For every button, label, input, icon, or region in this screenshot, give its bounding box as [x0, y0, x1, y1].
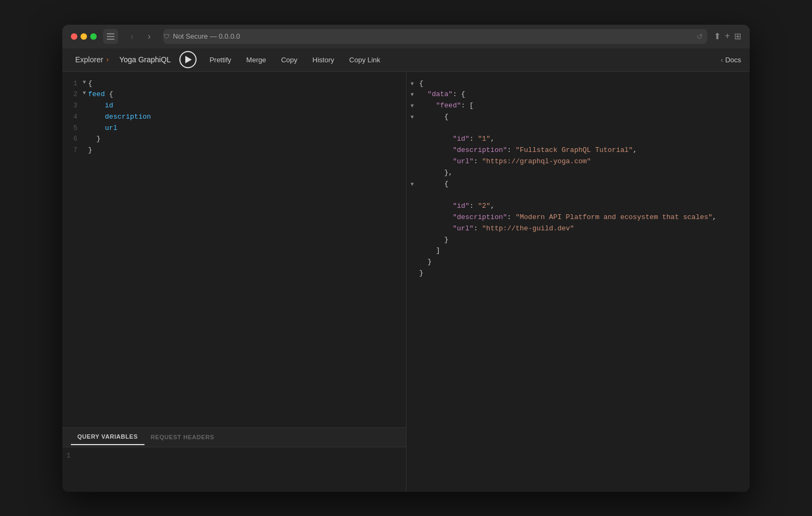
resp-line-14: ]	[407, 245, 750, 257]
resp-line-empty-1	[407, 123, 750, 134]
line-num-2: 2	[67, 89, 77, 100]
resp-line-15: }	[407, 257, 750, 268]
reload-button[interactable]: ↺	[697, 32, 703, 41]
shield-icon: 🛡	[163, 33, 170, 40]
resp-content-7: "url": "https://graphql-yoga.com"	[419, 156, 746, 168]
code-content-4: description	[88, 112, 151, 123]
new-tab-icon[interactable]: +	[725, 31, 730, 41]
resp-line-11: "description": "Modern API Platform and …	[407, 212, 750, 223]
history-button[interactable]: History	[306, 53, 340, 67]
line-num-4: 4	[67, 112, 77, 122]
address-bar[interactable]: 🛡 Not Secure — 0.0.0.0 ↺	[163, 29, 707, 44]
browser-chrome: ‹ › 🛡 Not Secure — 0.0.0.0 ↺ ⬆ + ⊞	[62, 25, 750, 48]
code-line-5: 5 url	[62, 123, 406, 134]
sidebar-toggle-button[interactable]	[103, 29, 118, 44]
resp-line-empty-2	[407, 190, 750, 201]
address-text: Not Secure — 0.0.0.0	[173, 32, 240, 40]
docs-button[interactable]: ‹ Docs	[721, 56, 741, 64]
browser-window: ‹ › 🛡 Not Secure — 0.0.0.0 ↺ ⬆ + ⊞ Explo…	[62, 25, 750, 492]
line-num-5: 5	[67, 123, 77, 134]
resp-content-12: "url": "http://the-guild.dev"	[419, 223, 746, 235]
line-num-6: 6	[67, 134, 77, 144]
resp-line-12: "url": "http://the-guild.dev"	[407, 223, 750, 235]
nav-buttons: ‹ ›	[125, 29, 157, 44]
resp-line-1: ▼ {	[407, 78, 750, 90]
code-line-1: 1 ▼ {	[62, 78, 406, 90]
resp-line-8: },	[407, 168, 750, 179]
share-icon[interactable]: ⬆	[714, 31, 721, 41]
minimize-button[interactable]	[81, 33, 87, 40]
line-num-1: 1	[67, 78, 77, 89]
resp-arrow-1[interactable]: ▼	[411, 78, 418, 89]
prettify-button[interactable]: Prettify	[203, 53, 237, 67]
resp-line-5: "id": "1",	[407, 134, 750, 145]
copy-link-button[interactable]: Copy Link	[343, 53, 387, 67]
resp-content-8: },	[419, 168, 746, 179]
bottom-tabs: QUERY VARIABLES REQUEST HEADERS	[62, 428, 406, 447]
resp-content-13: }	[419, 235, 746, 246]
resp-content-1: {	[419, 78, 746, 90]
code-content-6: }	[88, 134, 100, 145]
explorer-button[interactable]: Explorer ›	[71, 53, 113, 66]
query-editor[interactable]: 1 ▼ { 2 ▼ feed { 3	[62, 72, 406, 427]
resp-content-16: }	[419, 268, 746, 279]
resp-arrow-4[interactable]: ▼	[411, 112, 418, 122]
resp-content-9: {	[419, 179, 746, 190]
resp-arrow-9[interactable]: ▼	[411, 179, 418, 189]
line-num-7: 7	[67, 145, 77, 156]
main-content: 1 ▼ { 2 ▼ feed { 3	[62, 72, 750, 492]
resp-line-3: ▼ "feed": [	[407, 100, 750, 112]
run-button[interactable]	[179, 51, 197, 68]
resp-empty-2	[419, 190, 746, 201]
svg-rect-1	[107, 36, 114, 37]
resp-content-10: "id": "2",	[419, 201, 746, 212]
line-num-3: 3	[67, 100, 77, 111]
code-line-3: 3 id	[62, 100, 406, 112]
graphiql-app: Explorer › Yoga GraphiQL Prettify Merge …	[62, 48, 750, 492]
collapse-arrow-4	[83, 112, 86, 120]
code-line-4: 4 description	[62, 112, 406, 123]
back-button[interactable]: ‹	[125, 29, 140, 44]
resp-line-4: ▼ {	[407, 112, 750, 123]
resp-content-4: {	[419, 112, 746, 123]
explorer-chevron-icon: ›	[106, 56, 108, 63]
request-headers-tab[interactable]: REQUEST HEADERS	[144, 430, 221, 445]
explorer-label: Explorer	[75, 55, 103, 64]
tab-overview-icon[interactable]: ⊞	[734, 31, 741, 41]
resp-line-7: "url": "https://graphql-yoga.com"	[407, 156, 750, 168]
resp-content-11: "description": "Modern API Platform and …	[419, 212, 746, 223]
resp-content-5: "id": "1",	[419, 134, 746, 145]
code-content-5: url	[88, 123, 118, 134]
svg-rect-0	[107, 33, 114, 34]
code-line-6: 6 }	[62, 134, 406, 145]
docs-chevron-icon: ‹	[721, 56, 723, 64]
resp-line-13: }	[407, 235, 750, 246]
browser-actions: ⬆ + ⊞	[714, 31, 741, 41]
forward-button[interactable]: ›	[142, 29, 157, 44]
bottom-panel: QUERY VARIABLES REQUEST HEADERS 1	[62, 427, 406, 492]
collapse-arrow-6	[83, 134, 86, 142]
resp-arrow-3[interactable]: ▼	[411, 100, 418, 111]
resp-line-10: "id": "2",	[407, 201, 750, 212]
editor-panel: 1 ▼ { 2 ▼ feed { 3	[62, 72, 407, 492]
collapse-arrow-2[interactable]: ▼	[83, 89, 86, 98]
collapse-arrow-1[interactable]: ▼	[83, 78, 86, 87]
play-icon	[185, 56, 192, 63]
resp-line-9: ▼ {	[407, 179, 750, 190]
app-title: Yoga GraphiQL	[119, 55, 171, 64]
docs-label: Docs	[725, 56, 741, 64]
resp-content-14: ]	[419, 245, 746, 257]
code-content-2: feed {	[88, 89, 113, 100]
code-line-2: 2 ▼ feed {	[62, 89, 406, 100]
resp-arrow-2[interactable]: ▼	[411, 89, 418, 99]
code-content-1: {	[88, 78, 92, 90]
close-button[interactable]	[71, 33, 77, 40]
resp-line-2: ▼ "data": {	[407, 89, 750, 100]
maximize-button[interactable]	[90, 33, 97, 40]
merge-button[interactable]: Merge	[240, 53, 273, 67]
bottom-editor[interactable]: 1	[62, 447, 406, 492]
copy-button[interactable]: Copy	[274, 53, 303, 67]
resp-content-3: "feed": [	[419, 100, 746, 112]
collapse-arrow-5	[83, 123, 86, 132]
query-variables-tab[interactable]: QUERY VARIABLES	[71, 429, 144, 445]
